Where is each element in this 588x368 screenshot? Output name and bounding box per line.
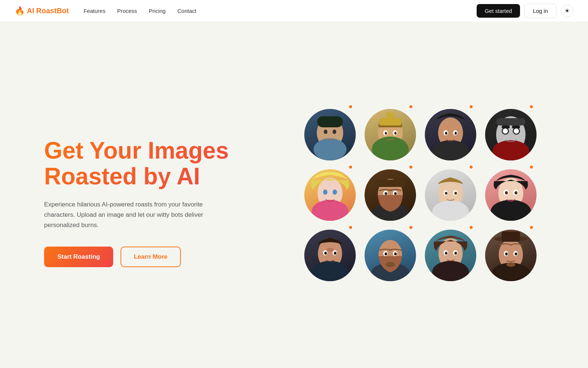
svg-point-79 bbox=[515, 252, 517, 255]
svg-point-49 bbox=[491, 200, 531, 221]
navbar-right: Get started Log in ☀ bbox=[477, 4, 573, 18]
avatar-cell-11 bbox=[425, 230, 476, 281]
svg-point-53 bbox=[514, 191, 517, 195]
avatar-11 bbox=[425, 230, 476, 281]
svg-point-11 bbox=[385, 132, 387, 135]
hero-content: Get Your Images Roasted by AI Experience… bbox=[44, 123, 250, 268]
nav-item-pricing[interactable]: Pricing bbox=[149, 8, 166, 14]
svg-point-72 bbox=[445, 252, 448, 255]
get-started-button[interactable]: Get started bbox=[477, 4, 520, 18]
hero-section: Get Your Images Roasted by AI Experience… bbox=[0, 22, 588, 368]
avatar-10 bbox=[365, 230, 416, 281]
nav-item-contact[interactable]: Contact bbox=[178, 8, 197, 14]
learn-more-button[interactable]: Learn More bbox=[121, 247, 181, 267]
avatar-12 bbox=[485, 230, 537, 281]
svg-rect-5 bbox=[317, 116, 343, 127]
avatar-cell-10 bbox=[365, 230, 416, 281]
avatar-cell-9 bbox=[304, 230, 356, 281]
svg-point-73 bbox=[455, 252, 457, 255]
svg-point-60 bbox=[326, 248, 334, 252]
avatar-4 bbox=[485, 109, 537, 160]
svg-point-80 bbox=[506, 262, 515, 267]
svg-point-43 bbox=[432, 201, 469, 221]
avatar-6 bbox=[365, 169, 416, 221]
navbar: 🔥 AI RoastBot Features Process Pricing C… bbox=[0, 0, 588, 22]
svg-rect-82 bbox=[502, 231, 520, 242]
avatar-5 bbox=[304, 169, 356, 221]
svg-point-38 bbox=[385, 192, 387, 195]
svg-point-25 bbox=[503, 128, 508, 134]
svg-point-26 bbox=[514, 128, 519, 134]
avatar-1 bbox=[304, 109, 356, 160]
avatar-grid bbox=[297, 102, 544, 289]
avatar-cell-3 bbox=[425, 109, 476, 160]
avatar-cell-1 bbox=[304, 109, 356, 160]
svg-point-16 bbox=[432, 140, 469, 160]
avatar-cell-6 bbox=[365, 169, 416, 221]
svg-point-59 bbox=[334, 252, 337, 255]
svg-point-66 bbox=[394, 252, 397, 255]
svg-point-78 bbox=[505, 252, 508, 255]
nav-item-process[interactable]: Process bbox=[117, 8, 137, 14]
avatar-cell-4 bbox=[485, 109, 537, 160]
start-roasting-button[interactable]: Start Roasting bbox=[44, 247, 113, 267]
avatar-cell-7 bbox=[425, 169, 476, 221]
avatar-cell-12 bbox=[485, 230, 537, 281]
svg-rect-29 bbox=[496, 118, 526, 125]
svg-point-7 bbox=[372, 137, 409, 160]
svg-point-39 bbox=[394, 192, 397, 195]
svg-rect-28 bbox=[512, 125, 520, 128]
avatar-3 bbox=[425, 109, 476, 160]
avatar-cell-8 bbox=[485, 169, 537, 221]
svg-point-31 bbox=[312, 200, 348, 221]
avatar-7 bbox=[425, 169, 476, 221]
nav-item-features[interactable]: Features bbox=[83, 8, 105, 14]
nav-link-features[interactable]: Features bbox=[83, 8, 105, 14]
svg-rect-14 bbox=[387, 113, 394, 122]
avatar-8 bbox=[485, 169, 537, 221]
svg-point-67 bbox=[386, 262, 395, 267]
svg-point-19 bbox=[445, 132, 447, 135]
svg-point-12 bbox=[394, 132, 397, 135]
svg-point-55 bbox=[312, 261, 348, 281]
svg-point-52 bbox=[505, 191, 508, 195]
svg-point-1 bbox=[313, 138, 347, 160]
svg-point-32 bbox=[323, 190, 327, 195]
svg-point-33 bbox=[333, 190, 337, 195]
nav-link-pricing[interactable]: Pricing bbox=[149, 8, 166, 14]
nav-link-contact[interactable]: Contact bbox=[178, 8, 197, 14]
hero-description: Experience hilarious AI-powered roasts f… bbox=[44, 199, 220, 230]
svg-rect-41 bbox=[376, 180, 405, 187]
theme-toggle-button[interactable]: ☀ bbox=[561, 5, 573, 17]
navbar-left: 🔥 AI RoastBot Features Process Pricing C… bbox=[15, 6, 196, 16]
svg-point-58 bbox=[325, 252, 327, 255]
svg-point-47 bbox=[455, 192, 457, 195]
svg-rect-27 bbox=[502, 125, 510, 128]
logo-suffix: RoastBot bbox=[36, 7, 69, 15]
hero-title: Get Your Images Roasted by AI bbox=[44, 138, 250, 190]
hero-buttons: Start Roasting Learn More bbox=[44, 247, 250, 267]
avatar-cell-2 bbox=[365, 109, 416, 160]
svg-point-4 bbox=[333, 130, 336, 134]
svg-point-3 bbox=[324, 130, 327, 134]
svg-point-46 bbox=[445, 192, 448, 195]
avatar-cell-5 bbox=[304, 169, 356, 221]
nav-link-process[interactable]: Process bbox=[117, 8, 137, 14]
logo-prefix: AI bbox=[27, 7, 36, 15]
svg-point-69 bbox=[432, 261, 469, 281]
avatar-9 bbox=[304, 230, 356, 281]
logo-text: AI RoastBot bbox=[27, 7, 69, 15]
logo[interactable]: 🔥 AI RoastBot bbox=[15, 6, 69, 16]
svg-point-20 bbox=[455, 132, 457, 135]
nav-links: Features Process Pricing Contact bbox=[83, 8, 196, 14]
flame-icon: 🔥 bbox=[15, 6, 25, 16]
svg-point-65 bbox=[385, 252, 387, 255]
login-button[interactable]: Log in bbox=[524, 4, 556, 18]
avatar-2 bbox=[365, 109, 416, 160]
